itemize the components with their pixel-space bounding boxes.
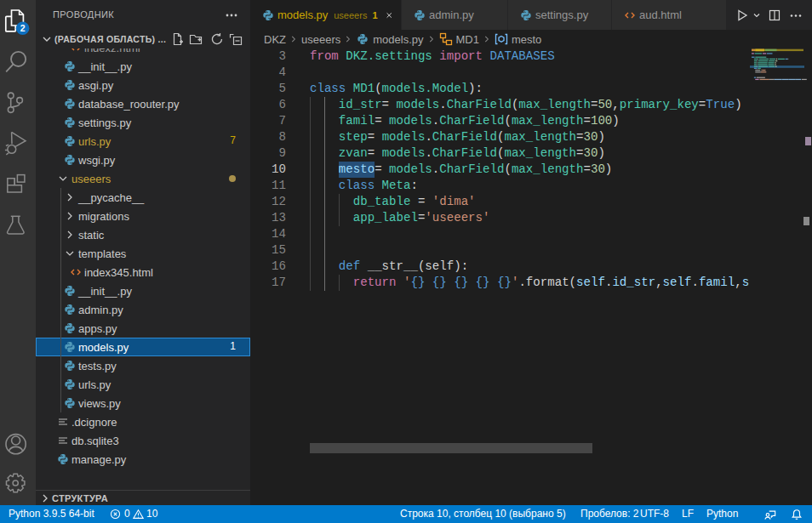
svg-text:2: 2 xyxy=(20,23,26,33)
